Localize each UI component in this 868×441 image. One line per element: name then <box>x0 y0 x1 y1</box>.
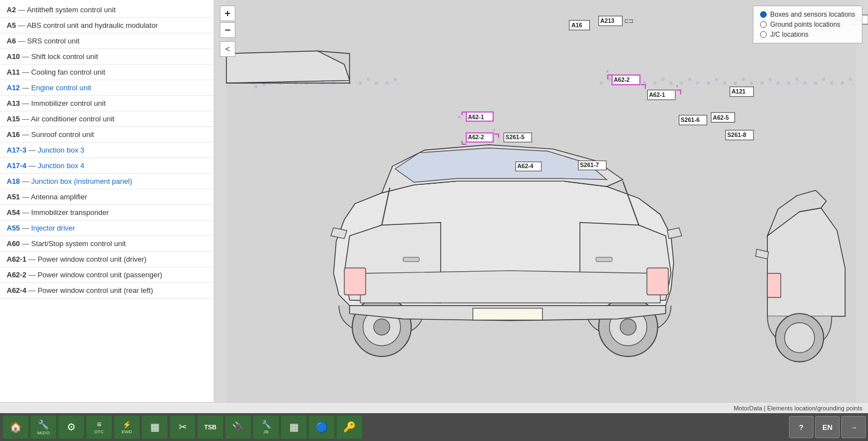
svg-point-46 <box>830 81 834 85</box>
sidebar-item[interactable]: A10 — Shift lock control unit <box>0 49 214 65</box>
zoom-in-button[interactable]: + <box>220 6 235 21</box>
svg-point-33 <box>715 78 718 81</box>
svg-point-26 <box>653 81 657 85</box>
svg-point-35 <box>734 81 737 85</box>
svg-text:A62-2: A62-2 <box>614 76 630 83</box>
svg-point-18 <box>386 81 389 85</box>
radio-circle <box>760 11 767 18</box>
toolbar: 🏠 🔧 M/Z/O ⚙ ≡ DTC ⚡ EWD ▦ ✂ TSB 🔌 🔧 JB ▦… <box>0 413 868 441</box>
sidebar-item[interactable]: A18 — Junction box (instrument panel) <box>0 174 214 189</box>
sidebar-item[interactable]: A12 — Engine control unit <box>0 80 214 96</box>
svg-point-29 <box>680 81 683 85</box>
svg-text:A62-1: A62-1 <box>649 91 665 98</box>
radio-circle <box>760 21 767 28</box>
svg-text:A62-2: A62-2 <box>468 134 484 140</box>
legend-panel: Boxes and sensors locationsGround points… <box>753 6 862 43</box>
sidebar-item[interactable]: A62-2 — Power window control unit (passe… <box>0 267 214 283</box>
svg-point-38 <box>761 81 764 85</box>
jb-button[interactable]: 🔧 JB <box>253 415 279 439</box>
sidebar-item[interactable]: A54 — Immobilizer transponder <box>0 205 214 220</box>
svg-point-36 <box>742 78 745 81</box>
legend-label: Boxes and sensors locations <box>770 11 855 18</box>
svg-point-20 <box>600 81 603 85</box>
sidebar-item[interactable]: A16 — Sunroof control unit <box>0 127 214 143</box>
svg-point-41 <box>787 81 791 85</box>
info-button[interactable]: 🔵 <box>308 415 335 439</box>
svg-text:S261-7: S261-7 <box>580 161 599 168</box>
sidebar: A2 — Antitheft system control unitA5 — A… <box>0 0 214 402</box>
sidebar-item[interactable]: A11 — Cooling fan control unit <box>0 65 214 80</box>
svg-point-28 <box>669 81 673 85</box>
help-button[interactable]: ? <box>789 416 813 438</box>
svg-text:⊏⊐: ⊏⊐ <box>624 18 633 24</box>
svg-rect-60 <box>403 257 420 262</box>
key-button[interactable]: 🔑 <box>336 415 363 439</box>
svg-point-17 <box>375 81 378 85</box>
svg-text:A121: A121 <box>732 88 746 95</box>
sidebar-item[interactable]: A17-3 — Junction box 3 <box>0 143 214 158</box>
svg-text:S261-5: S261-5 <box>505 134 524 140</box>
svg-rect-64 <box>767 273 781 297</box>
svg-text:A62-5: A62-5 <box>713 114 729 121</box>
home-button[interactable]: 🏠 <box>2 415 29 439</box>
sidebar-item[interactable]: A62-1 — Power window control unit (drive… <box>0 252 214 267</box>
sidebar-item[interactable]: A6 — SRS control unit <box>0 33 214 49</box>
sidebar-item[interactable]: A13 — Immobilizer control unit <box>0 96 214 111</box>
svg-rect-59 <box>473 308 542 320</box>
svg-point-32 <box>707 81 710 85</box>
svg-point-42 <box>795 78 798 81</box>
sidebar-item[interactable]: A5 — ABS control unit and hydraulic modu… <box>0 18 214 33</box>
sidebar-item[interactable]: A15 — Air conditioner control unit <box>0 111 214 127</box>
mzo-button[interactable]: 🔧 M/Z/O <box>30 415 57 439</box>
legend-label: J/C locations <box>770 31 808 38</box>
tsb-button[interactable]: TSB <box>197 415 224 439</box>
sidebar-item[interactable]: A51 — Antenna amplifier <box>0 189 214 205</box>
status-bar: MotorData | Elements location/grounding … <box>0 402 868 413</box>
svg-text:S261-8: S261-8 <box>727 131 746 138</box>
svg-point-31 <box>696 81 699 85</box>
system-button[interactable]: ⚙ <box>58 415 85 439</box>
dtc-button[interactable]: ≡ DTC <box>86 415 112 439</box>
sidebar-item[interactable]: A17-4 — Junction box 4 <box>0 158 214 174</box>
svg-point-53 <box>374 319 390 335</box>
collapse-button[interactable]: < <box>220 41 235 57</box>
map-area: + − < Boxes and sensors locationsGround … <box>214 0 868 402</box>
zoom-controls: + − < <box>220 6 235 57</box>
zoom-out-button[interactable]: − <box>220 22 235 38</box>
sidebar-item[interactable]: A2 — Antitheft system control unit <box>0 2 214 18</box>
svg-text:S261-6: S261-6 <box>680 116 699 123</box>
svg-rect-57 <box>344 268 366 295</box>
sidebar-item[interactable]: A62-4 — Power window control unit (rear … <box>0 283 214 298</box>
car-diagram: A16 A213 ⊏⊐ A62-2 ⁶ <box>214 0 868 402</box>
svg-point-56 <box>620 319 636 335</box>
svg-point-45 <box>822 78 825 81</box>
status-text: MotorData | Elements location/grounding … <box>733 405 862 411</box>
legend-item[interactable]: Ground points locations <box>760 21 855 28</box>
svg-rect-61 <box>596 257 612 262</box>
svg-point-27 <box>662 78 665 81</box>
connector-button[interactable]: 🔌 <box>225 415 251 439</box>
sidebar-item[interactable]: A60 — Start/Stop system control unit <box>0 236 214 252</box>
language-button[interactable]: EN <box>815 416 840 438</box>
svg-point-44 <box>814 81 817 85</box>
sidebar-item[interactable]: A55 — Injector driver <box>0 220 214 236</box>
legend-item[interactable]: J/C locations <box>760 31 855 38</box>
legend-label: Ground points locations <box>770 21 840 28</box>
svg-text:⁷: ⁷ <box>493 129 495 134</box>
pin-button[interactable]: ▦ <box>280 415 307 439</box>
svg-text:⁶: ⁶ <box>458 115 461 121</box>
diagram-button[interactable]: ▦ <box>141 415 168 439</box>
svg-point-63 <box>785 323 815 353</box>
svg-point-34 <box>723 81 726 85</box>
svg-point-37 <box>749 81 753 85</box>
svg-text:A213: A213 <box>600 17 614 24</box>
svg-point-30 <box>688 78 692 81</box>
svg-text:⁷: ⁷ <box>676 85 678 90</box>
svg-point-39 <box>768 78 772 81</box>
ewd-button[interactable]: ⚡ EWD <box>114 415 140 439</box>
cut-button[interactable]: ✂ <box>169 415 196 439</box>
legend-item[interactable]: Boxes and sensors locations <box>760 11 855 18</box>
forward-button[interactable]: → <box>841 416 866 438</box>
toolbar-right: ? EN → <box>789 416 866 438</box>
svg-text:A16: A16 <box>571 22 583 28</box>
